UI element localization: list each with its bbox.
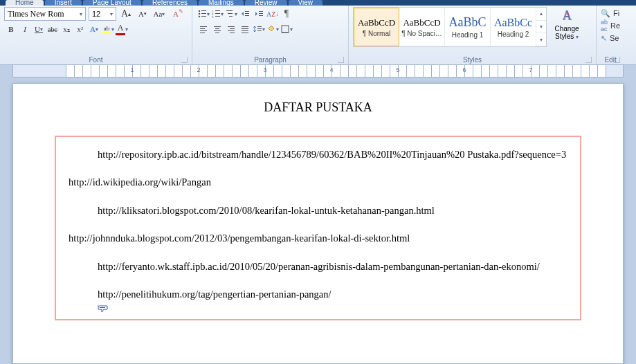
svg-rect-9 xyxy=(215,13,220,14)
svg-rect-22 xyxy=(200,28,205,29)
svg-rect-35 xyxy=(242,30,248,31)
horizontal-ruler[interactable]: 1 2 3 4 5 6 7 xyxy=(12,65,624,78)
svg-rect-5 xyxy=(201,16,206,17)
replace-icon: abac xyxy=(601,19,608,33)
grow-font-button[interactable]: A▴ xyxy=(119,7,133,21)
svg-rect-7 xyxy=(215,10,220,11)
style-normal[interactable]: AaBbCcD ¶ Normal xyxy=(354,8,399,46)
group-editing: 🔍 Fi abac Re ↖ Se Edit xyxy=(597,6,623,64)
replace-button[interactable]: abac Re xyxy=(601,19,620,32)
tab-home[interactable]: Home xyxy=(6,0,44,6)
tab-mailings[interactable]: Mailings xyxy=(199,0,244,6)
decrease-indent-button[interactable] xyxy=(238,7,252,21)
bib-item[interactable]: http://repository.ipb.ac.id/bitstream/ha… xyxy=(69,147,567,162)
bib-item[interactable]: http://penelitihukum.org/tag/pengertian-… xyxy=(69,286,567,302)
svg-rect-40 xyxy=(282,26,289,33)
chevron-down-icon: ▾ xyxy=(110,11,113,17)
group-styles: AaBbCcD ¶ Normal AaBbCcD ¶ No Spaci… AaB… xyxy=(349,6,597,64)
svg-rect-19 xyxy=(259,13,263,14)
clear-formatting-button[interactable]: A✎ xyxy=(169,7,183,21)
align-left-button[interactable] xyxy=(197,22,210,36)
increase-indent-button[interactable] xyxy=(252,7,266,21)
select-icon: ↖ xyxy=(601,34,607,43)
svg-rect-20 xyxy=(259,15,263,16)
borders-button[interactable]: ▾ xyxy=(280,22,293,36)
tab-view[interactable]: View xyxy=(289,0,323,6)
svg-rect-26 xyxy=(215,28,219,29)
svg-rect-28 xyxy=(215,33,219,33)
sort-button[interactable]: AZ↓ xyxy=(266,7,280,21)
style-heading-1[interactable]: AaBbC Heading 1 xyxy=(445,8,491,46)
tab-insert[interactable]: Insert xyxy=(45,0,82,6)
font-color-icon xyxy=(116,33,125,35)
line-spacing-button[interactable]: ▾ xyxy=(252,22,266,36)
chevron-up-icon: ▴ xyxy=(536,8,546,21)
change-case-button[interactable]: Aa▾ xyxy=(152,7,166,21)
svg-rect-25 xyxy=(214,26,221,27)
svg-rect-14 xyxy=(229,16,233,17)
underline-button[interactable]: U▾ xyxy=(32,22,46,36)
font-size-combo[interactable]: 12 ▾ xyxy=(89,7,116,21)
cursor-icon xyxy=(98,305,107,312)
svg-rect-36 xyxy=(242,33,248,33)
align-right-button[interactable] xyxy=(224,22,238,36)
svg-rect-29 xyxy=(228,26,235,27)
svg-rect-15 xyxy=(245,11,249,12)
svg-rect-42 xyxy=(100,307,105,308)
svg-rect-23 xyxy=(200,30,207,31)
tab-page-layout[interactable]: Page Layout xyxy=(83,0,141,6)
text-effects-button[interactable]: A▾ xyxy=(87,22,101,36)
bib-item[interactable]: http://feryanto.wk.staff.ipb.ac.id/2010/… xyxy=(69,259,567,274)
select-button[interactable]: ↖ Se xyxy=(601,32,620,44)
bullets-button[interactable]: ▾ xyxy=(197,7,210,21)
svg-rect-21 xyxy=(200,26,207,27)
svg-rect-37 xyxy=(257,26,262,27)
font-color-button[interactable]: A ▾ xyxy=(115,22,129,36)
numbering-button[interactable]: 123▾ xyxy=(210,7,224,21)
styles-gallery-scroll[interactable]: ▴ ▾ ▾ xyxy=(536,8,546,46)
svg-rect-30 xyxy=(230,28,235,29)
svg-point-2 xyxy=(199,13,200,15)
svg-rect-3 xyxy=(201,13,206,14)
tab-review[interactable]: Review xyxy=(245,0,287,6)
bib-item[interactable]: http://johnnduka.blogspot.com/2012/03/pe… xyxy=(69,230,567,246)
highlight-color-icon xyxy=(102,32,111,34)
bibliography-box: http://repository.ipb.ac.id/bitstream/ha… xyxy=(55,136,581,320)
change-styles-icon: A xyxy=(557,7,576,24)
styles-gallery: AaBbCcD ¶ Normal AaBbCcD ¶ No Spaci… AaB… xyxy=(353,7,547,47)
group-label-editing: Edit xyxy=(601,56,620,64)
highlight-button[interactable]: ab ▾ xyxy=(101,22,115,36)
svg-rect-33 xyxy=(242,26,248,27)
group-font: Times New Rom ▾ 12 ▾ A▴ A▾ Aa▾ A✎ B I U▾… xyxy=(0,6,192,64)
strikethrough-button[interactable]: abc xyxy=(46,22,60,36)
find-button[interactable]: 🔍 Fi xyxy=(601,7,620,19)
page[interactable]: DAFTAR PUSTAKA http://repository.ipb.ac.… xyxy=(12,83,624,364)
change-styles-button[interactable]: A Change Styles ▾ xyxy=(551,7,583,41)
document-area: DAFTAR PUSTAKA http://repository.ipb.ac.… xyxy=(0,78,636,364)
bib-item[interactable]: http://kliksatori.blogspot.com/2010/08/k… xyxy=(69,203,567,218)
style-no-spacing[interactable]: AaBbCcD ¶ No Spaci… xyxy=(399,8,445,46)
tab-references[interactable]: References xyxy=(143,0,197,6)
shading-button[interactable]: ▾ xyxy=(266,22,280,36)
justify-button[interactable] xyxy=(238,22,252,36)
font-name-combo[interactable]: Times New Rom ▾ xyxy=(4,7,86,21)
show-hide-button[interactable]: ¶ xyxy=(280,7,293,21)
svg-rect-16 xyxy=(245,13,249,14)
shrink-font-button[interactable]: A▾ xyxy=(136,7,149,21)
chevron-down-icon: ▾ xyxy=(80,11,82,17)
svg-rect-41 xyxy=(282,32,289,33)
svg-rect-1 xyxy=(201,10,206,11)
superscript-button[interactable]: x² xyxy=(73,22,87,36)
subscript-button[interactable]: x₂ xyxy=(60,22,73,36)
svg-rect-12 xyxy=(226,10,233,11)
bib-item[interactable]: http://id.wikipedia.org/wiki/Pangan xyxy=(69,174,567,190)
svg-rect-31 xyxy=(228,30,235,31)
svg-rect-34 xyxy=(242,28,248,29)
svg-rect-18 xyxy=(259,11,263,12)
style-heading-2[interactable]: AaBbCc Heading 2 xyxy=(491,8,536,46)
italic-button[interactable]: I xyxy=(18,22,32,36)
multilevel-list-button[interactable]: ▾ xyxy=(224,7,238,21)
align-center-button[interactable] xyxy=(210,22,224,36)
bold-button[interactable]: B xyxy=(4,22,18,36)
group-label-paragraph: Paragraph xyxy=(197,56,344,64)
